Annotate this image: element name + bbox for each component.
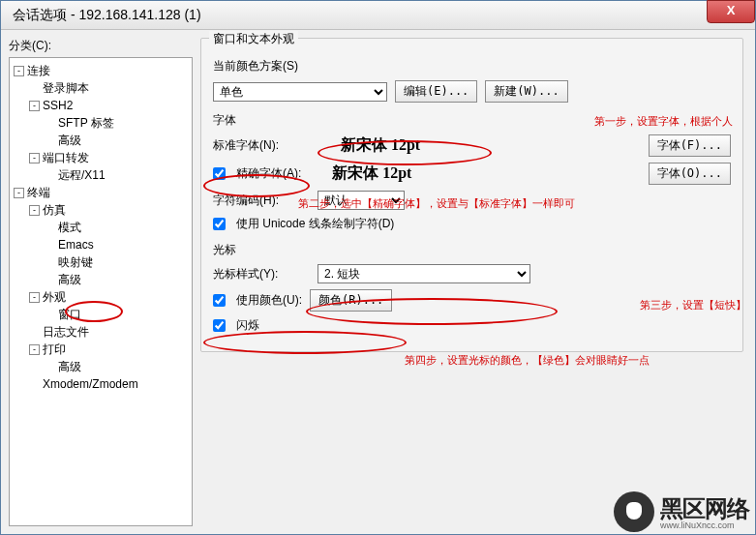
annotation-oval-cursorcolor (203, 331, 407, 354)
group-title: 窗口和文本外观 (209, 31, 298, 47)
tree-node-emulation[interactable]: -仿真 (12, 201, 190, 219)
collapse-icon[interactable]: - (29, 101, 40, 111)
std-font-label: 标准字体(N): (213, 137, 310, 154)
cursor-style-label: 光标样式(Y): (213, 266, 310, 282)
annotation-step4: 第四步，设置光标的颜色，【绿色】会对眼睛好一点 (405, 353, 650, 368)
collapse-icon[interactable]: - (14, 188, 24, 198)
precise-font-button[interactable]: 字体(O)... (649, 163, 731, 185)
collapse-icon[interactable]: - (14, 66, 24, 76)
tree-node-ssh2[interactable]: -SSH2 (12, 97, 190, 114)
tree-node-emu-advanced[interactable]: 高级 (12, 271, 190, 288)
dialog-window: 会话选项 - 192.168.141.128 (1) X 分类(C): -连接 … (0, 0, 756, 535)
watermark-sub: www.liNuXncc.com (660, 520, 749, 530)
tree-node-mode[interactable]: 模式 (12, 219, 190, 236)
font-section: 字体 (213, 112, 731, 129)
scheme-edit-button[interactable]: 编辑(E)... (395, 80, 477, 103)
tree-node-sftp[interactable]: SFTP 标签 (12, 114, 190, 132)
precise-font-display: 新宋体 12pt (309, 163, 435, 184)
tree-node-window[interactable]: 窗口 (12, 306, 190, 323)
unicode-lines-label: 使用 Unicode 线条绘制字符(D) (236, 216, 394, 232)
precise-font-label: 精确字体(A): (236, 165, 301, 182)
tree-node-print[interactable]: -打印 (12, 341, 190, 358)
tree-node-login-script[interactable]: 登录脚本 (12, 79, 190, 97)
cursor-style-select[interactable]: 2. 短块 (318, 264, 530, 283)
mushroom-icon (614, 491, 654, 532)
unicode-lines-checkbox[interactable] (213, 218, 226, 230)
encoding-label: 字符编码(H): (213, 193, 310, 209)
tree-node-logfile[interactable]: 日志文件 (12, 323, 190, 341)
tree-node-ssh-advanced[interactable]: 高级 (12, 132, 190, 149)
tree-node-print-advanced[interactable]: 高级 (12, 358, 190, 375)
tree-node-mapping[interactable]: 映射键 (12, 253, 190, 271)
precise-font-checkbox[interactable] (213, 167, 226, 180)
encoding-select[interactable]: 默认 (318, 191, 405, 210)
scheme-new-button[interactable]: 新建(W)... (485, 80, 567, 103)
scheme-label: 当前颜色方案(S) (213, 58, 731, 74)
tree-node-terminal[interactable]: -终端 (12, 184, 190, 201)
collapse-icon[interactable]: - (29, 344, 40, 355)
window-title: 会话选项 - 192.168.141.128 (1) (13, 7, 201, 24)
dialog-body: 分类(C): -连接 登录脚本 -SSH2 SFTP 标签 高级 -端口转发 远… (1, 30, 755, 534)
std-font-button[interactable]: 字体(F)... (649, 134, 731, 157)
appearance-group: 窗口和文本外观 当前颜色方案(S) 单色 编辑(E)... 新建(W)... 字… (200, 38, 743, 352)
cursor-blink-checkbox[interactable] (213, 319, 226, 332)
cursor-section: 光标 (213, 242, 731, 258)
scheme-select[interactable]: 单色 (213, 82, 387, 102)
tree-node-connection[interactable]: -连接 (12, 62, 190, 79)
std-font-display: 新宋体 12pt (318, 135, 443, 156)
collapse-icon[interactable]: - (29, 153, 40, 163)
tree-node-appearance[interactable]: -外观 (12, 288, 190, 306)
cursor-usecolor-label: 使用颜色(U): (236, 292, 302, 309)
tree-node-emacs[interactable]: Emacs (12, 236, 190, 253)
tree-node-xmodem[interactable]: Xmodem/Zmodem (12, 375, 190, 393)
category-label: 分类(C): (9, 38, 193, 54)
tree-node-remote-x11[interactable]: 远程/X11 (12, 166, 190, 184)
close-button[interactable]: X (707, 0, 755, 23)
collapse-icon[interactable]: - (29, 205, 40, 216)
tree-node-port-forward[interactable]: -端口转发 (12, 149, 190, 166)
cursor-color-button[interactable]: 颜色(R)... (310, 289, 392, 312)
left-panel: 分类(C): -连接 登录脚本 -SSH2 SFTP 标签 高级 -端口转发 远… (9, 38, 193, 526)
cursor-usecolor-checkbox[interactable] (213, 294, 226, 307)
watermark-text: 黑区网络 (660, 496, 749, 521)
cursor-blink-label: 闪烁 (236, 317, 259, 334)
category-tree[interactable]: -连接 登录脚本 -SSH2 SFTP 标签 高级 -端口转发 远程/X11 -… (9, 57, 193, 526)
collapse-icon[interactable]: - (29, 292, 40, 303)
right-panel: 窗口和文本外观 当前颜色方案(S) 单色 编辑(E)... 新建(W)... 字… (200, 38, 747, 526)
watermark: 黑区网络 www.liNuXncc.com (614, 491, 749, 532)
titlebar: 会话选项 - 192.168.141.128 (1) X (1, 1, 755, 30)
